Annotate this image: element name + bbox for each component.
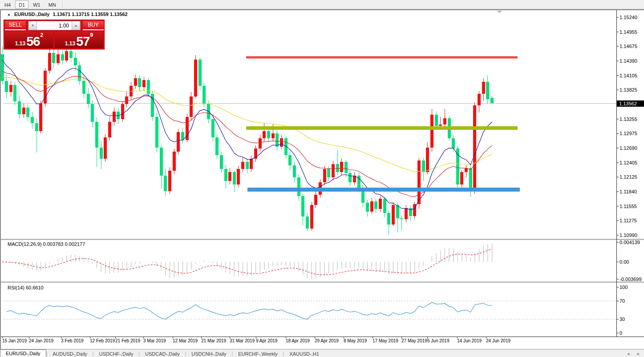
ask-pipette: 9 bbox=[90, 32, 93, 38]
rsi-axis-label: 70 bbox=[620, 298, 625, 304]
price-axis-label: 1.11555 bbox=[620, 204, 637, 209]
price-axis-label: 1.14390 bbox=[620, 58, 637, 64]
timeframe-button-h4[interactable]: H4 bbox=[1, 0, 14, 8]
bid-prefix: 1.13 bbox=[15, 40, 25, 47]
time-axis-label: 18 Apr 2019 bbox=[286, 338, 310, 343]
macd-axis-label: 0.004139 bbox=[620, 240, 640, 245]
chart-ohlc-values: 1.13671 1.13715 1.13559 1.13562 bbox=[53, 12, 128, 17]
volume-up-button[interactable]: ▲ bbox=[72, 21, 80, 30]
price-axis-label: 1.13255 bbox=[620, 116, 637, 122]
trade-buttons-row: SELL ▼ ▲ BUY bbox=[5, 21, 103, 30]
application-window: H4D1W1MN ▲ EURUSD-,Daily 1.13671 1.13715… bbox=[0, 0, 644, 357]
volume-input[interactable] bbox=[37, 21, 72, 30]
rsi-axis-label: 30 bbox=[620, 317, 625, 322]
ask-prefix: 1.13 bbox=[65, 40, 75, 47]
price-axis-label: 1.12125 bbox=[620, 174, 637, 180]
scroll-to-end-marker bbox=[497, 11, 502, 13]
time-axis-label: 31 Mar 2019 bbox=[230, 338, 255, 343]
one-click-toggle-icon[interactable]: ▲ bbox=[7, 12, 11, 16]
chart-title: ▲ EURUSD-,Daily 1.13671 1.13715 1.13559 … bbox=[7, 12, 130, 17]
buy-button[interactable]: BUY bbox=[83, 21, 104, 30]
rsi-axis-label: 0 bbox=[620, 330, 622, 336]
time-axis-label: 12 Mar 2019 bbox=[173, 338, 198, 343]
time-axis-label: 27 May 2019 bbox=[401, 338, 427, 343]
chart-tab-audusd-daily[interactable]: AUDUSD-,Daily bbox=[47, 350, 93, 357]
time-axis-label: 14 Jun 2019 bbox=[457, 338, 482, 343]
time-axis-label: 9 Apr 2019 bbox=[256, 338, 277, 343]
time-axis-label: 8 May 2019 bbox=[344, 338, 367, 343]
chart-tab-eurusd-daily[interactable]: EURUSD-,Daily bbox=[0, 349, 46, 357]
current-price-line-layer bbox=[4, 103, 616, 104]
hline-pivot-olive bbox=[246, 126, 518, 130]
quote-panels-row: 1.13562 1.13579 bbox=[5, 32, 103, 48]
timeframe-toolbar: H4D1W1MN bbox=[0, 0, 644, 9]
trend-lines-layer bbox=[246, 56, 520, 191]
time-axis-label: 24 Jan 2019 bbox=[29, 338, 53, 343]
chart-tab-bar: EURUSD-,Daily|AUDUSD-,Daily|USDCHF-,Dail… bbox=[0, 349, 644, 357]
chart-canvas bbox=[0, 0, 644, 357]
price-axis-label: 1.11275 bbox=[620, 218, 637, 223]
price-axis-label: 1.13825 bbox=[620, 87, 637, 92]
chart-tab-eurchf-weekly[interactable]: EURCHF-,Weekly bbox=[233, 350, 283, 357]
volume-spinner: ▼ ▲ bbox=[28, 21, 81, 30]
hline-resistance-red bbox=[246, 56, 518, 58]
toolbar-separator bbox=[62, 1, 63, 8]
time-axis-label: 5 Jun 2019 bbox=[427, 338, 450, 343]
macd-indicator-label: MACD(12,26,9) 0.003783 0.002177 bbox=[8, 241, 85, 247]
bid-digits: 56 bbox=[26, 36, 40, 47]
time-axis-label: 24 Jun 2019 bbox=[486, 338, 510, 343]
chart-tab-usdchf-daily[interactable]: USDCHF-,Daily bbox=[93, 350, 138, 357]
rsi-layer bbox=[4, 301, 616, 319]
time-axis-label: 21 Mar 2019 bbox=[201, 338, 226, 343]
bid-pipette: 2 bbox=[40, 32, 43, 38]
time-axis-label: 3 Mar 2019 bbox=[143, 338, 166, 343]
chart-symbol-label: EURUSD-,Daily bbox=[14, 12, 49, 17]
one-click-trade-widget: SELL ▼ ▲ BUY 1.13562 1.13579 bbox=[4, 20, 105, 49]
price-axis-label: 1.12405 bbox=[620, 160, 637, 165]
rsi-axis-label: 100 bbox=[620, 285, 628, 290]
ask-price-panel[interactable]: 1.13579 bbox=[55, 32, 103, 48]
chart-tab-usdcad-daily[interactable]: USDCAD-,Daily bbox=[140, 350, 185, 357]
ask-digits: 57 bbox=[76, 36, 89, 47]
time-axis-label: 15 Jan 2019 bbox=[2, 338, 27, 343]
time-axis-label: 29 Apr 2019 bbox=[315, 338, 339, 343]
time-axis-label: 12 Feb 2019 bbox=[90, 338, 115, 343]
price-axis-label: 1.14955 bbox=[620, 29, 637, 35]
price-axis-label: 1.11840 bbox=[620, 189, 637, 194]
tab-scroll-arrows: ◄► bbox=[626, 350, 640, 357]
price-axis-label: 1.12690 bbox=[620, 145, 637, 151]
rsi-line bbox=[7, 302, 492, 319]
macd-layer bbox=[2, 244, 492, 279]
frame-layer bbox=[0, 10, 644, 338]
price-axis-label: 1.15240 bbox=[620, 15, 637, 20]
timeframe-button-d1[interactable]: D1 bbox=[15, 0, 28, 8]
time-axis-label: 21 Feb 2019 bbox=[115, 338, 140, 343]
volume-down-button[interactable]: ▼ bbox=[28, 21, 37, 30]
candles-layer bbox=[1, 45, 494, 235]
macd-axis-label: -0.003699 bbox=[620, 277, 642, 282]
bid-price-panel[interactable]: 1.13562 bbox=[5, 32, 53, 48]
time-axis-label: 17 May 2019 bbox=[373, 338, 398, 343]
price-axis-label: 1.14105 bbox=[620, 73, 637, 78]
chart-tab-xauusd-h1[interactable]: XAUUSD-,H1 bbox=[284, 350, 324, 357]
price-axis-label: 1.10990 bbox=[620, 233, 637, 238]
timeframe-button-w1[interactable]: W1 bbox=[29, 0, 44, 8]
chart-tab-usdcnh-daily[interactable]: USDCNH-,Daily bbox=[186, 350, 231, 357]
tab-scroll-right-icon[interactable]: ► bbox=[636, 352, 640, 356]
rsi-indicator-label: RSI(14) 60.6610 bbox=[8, 285, 44, 290]
markers-layer bbox=[497, 11, 502, 13]
current-price-badge: 1.13562 bbox=[617, 100, 644, 107]
macd-axis-label: 0.00 bbox=[620, 259, 629, 265]
tab-scroll-left-icon[interactable]: ◄ bbox=[626, 352, 630, 356]
timeframe-button-mn[interactable]: MN bbox=[45, 0, 60, 8]
price-axis-label: 1.12975 bbox=[620, 131, 637, 136]
sell-button[interactable]: SELL bbox=[5, 21, 26, 30]
price-axis-label: 1.14675 bbox=[620, 44, 637, 49]
hline-support-blue bbox=[247, 188, 520, 192]
ma-slow-line bbox=[2, 77, 492, 172]
time-axis-label: 3 Feb 2019 bbox=[61, 338, 84, 343]
